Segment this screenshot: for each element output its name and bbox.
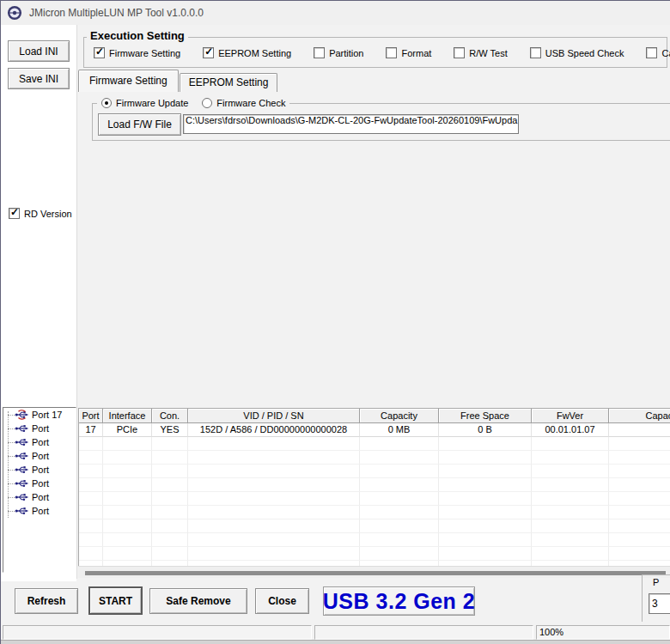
execution-checkbox-row: Firmware SettingEEPROM SettingPartitionF… [94, 47, 667, 58]
tree-item-label: Port [32, 465, 49, 475]
close-button[interactable]: Close [255, 588, 309, 614]
empty-cell [152, 533, 188, 547]
tree-item-port[interactable]: Port [3, 449, 76, 463]
usb-port-icon [15, 423, 29, 434]
window-title: JMicron MultipleLUN MP Tool v1.0.0.0 [29, 7, 204, 19]
tab-firmware-setting[interactable]: Firmware Setting [78, 70, 179, 92]
radio-dot[interactable] [202, 98, 212, 108]
empty-cell [609, 492, 670, 506]
tree-item-port[interactable]: Port [3, 504, 76, 518]
tab-eeprom-setting[interactable]: EEPROM Setting [180, 73, 278, 92]
checkbox-box[interactable] [9, 208, 20, 219]
table-row[interactable]: 17PCIeYES152D / A586 / DD000000000000280… [79, 423, 670, 437]
exec-checkbox-usb-speed-check[interactable]: USB Speed Check [530, 47, 624, 58]
column-header-capacity-check[interactable]: Capacity Check [609, 409, 670, 423]
empty-cell [188, 451, 360, 465]
column-header-vid-pid-sn[interactable]: VID / PID / SN [188, 409, 360, 423]
empty-cell [439, 547, 532, 561]
firmware-check-label: Firmware Check [216, 98, 285, 108]
empty-cell [439, 465, 532, 478]
usb-speed-indicator: USB 3.2 Gen 2 [323, 586, 475, 616]
empty-cell [103, 451, 152, 465]
tree-item-port[interactable]: Port [3, 463, 76, 477]
empty-cell [103, 533, 152, 547]
save-ini-button[interactable]: Save INI [8, 68, 70, 89]
empty-cell [188, 437, 360, 451]
checkbox-box[interactable] [386, 47, 397, 58]
status-panel-left [3, 625, 312, 640]
right-group-input[interactable] [649, 593, 670, 614]
checkbox-box[interactable] [314, 47, 325, 58]
exec-checkbox-r-w-test[interactable]: R/W Test [454, 47, 507, 58]
device-table: PortInterfaceCon.VID / PID / SNCapacityF… [78, 408, 670, 566]
tree-item-label: Port 17 [32, 410, 62, 420]
safe-remove-button[interactable]: Safe Remove [149, 588, 247, 614]
tree-item-port[interactable]: Port [3, 477, 76, 490]
window-bottom-edge [1, 640, 670, 644]
title-bar[interactable]: JMicron MultipleLUN MP Tool v1.0.0.0 [1, 1, 670, 25]
checkbox-box[interactable] [530, 47, 541, 58]
tree-item-label: Port [32, 423, 49, 434]
exec-checkbox-partition[interactable]: Partition [314, 47, 363, 58]
radio-dot[interactable] [101, 98, 112, 108]
firmware-check-radio[interactable]: Firmware Check [202, 98, 285, 108]
start-button[interactable]: START [88, 586, 143, 615]
column-header-fwver[interactable]: FwVer [532, 409, 609, 423]
load-ini-button[interactable]: Load INI [8, 40, 70, 62]
empty-cell [188, 465, 360, 478]
tree-item-port[interactable]: Port [3, 422, 76, 435]
table-cell: 152D / A586 / DD00000000000028 [188, 423, 360, 437]
exec-checkbox-format[interactable]: Format [386, 47, 431, 58]
empty-cell [532, 519, 609, 533]
empty-cell [360, 451, 439, 465]
empty-cell [152, 506, 188, 519]
checkbox-box[interactable] [203, 47, 214, 58]
empty-cell [103, 478, 152, 492]
checkbox-label: Firmware Setting [109, 48, 180, 58]
column-header-interface[interactable]: Interface [103, 409, 152, 423]
column-header-capacity[interactable]: Capacity [360, 409, 439, 423]
empty-cell [532, 492, 609, 506]
empty-table-row [79, 506, 670, 519]
table-horizontal-scrollbar[interactable] [78, 566, 670, 578]
empty-cell [152, 465, 188, 478]
exec-checkbox-eeprom-setting[interactable]: EEPROM Setting [203, 47, 291, 58]
empty-cell [152, 547, 188, 561]
empty-cell [103, 465, 152, 478]
column-header-port[interactable]: Port [79, 409, 103, 423]
usb-port-icon [15, 506, 29, 516]
checkbox-box[interactable] [454, 47, 465, 58]
empty-table-row [79, 451, 670, 465]
empty-cell [103, 492, 152, 506]
empty-cell [79, 437, 103, 451]
exec-checkbox-firmware-setting[interactable]: Firmware Setting [94, 47, 180, 58]
empty-cell [439, 519, 532, 533]
scrollbar-thumb[interactable] [85, 571, 666, 575]
empty-cell [439, 451, 532, 465]
checkbox-box[interactable] [646, 47, 657, 58]
empty-cell [79, 478, 103, 492]
tree-item-port[interactable]: Port [3, 435, 76, 449]
usb-port-icon [15, 478, 29, 489]
empty-cell [103, 547, 152, 561]
table-cell [609, 423, 670, 437]
tree-item-port[interactable]: Port [3, 490, 76, 504]
right-group-label: P [651, 577, 661, 587]
empty-cell [360, 478, 439, 492]
empty-cell [152, 478, 188, 492]
column-header-con-[interactable]: Con. [152, 409, 188, 423]
empty-cell [103, 506, 152, 519]
rd-version-checkbox[interactable]: RD Version [9, 208, 72, 219]
execution-setting-title: Execution Setting [87, 29, 188, 42]
exec-checkbox-capacity-check[interactable]: Capacity Check [646, 47, 670, 58]
firmware-update-radio[interactable]: Firmware Update [101, 98, 188, 108]
empty-table-row [79, 437, 670, 451]
checkbox-box[interactable] [94, 47, 105, 58]
refresh-button[interactable]: Refresh [15, 588, 78, 614]
fw-file-path-field[interactable]: C:\Users\fdrso\Downloads\G-M2DK-CL-20G-F… [183, 114, 519, 134]
column-header-free-space[interactable]: Free Space [439, 409, 532, 423]
empty-cell [188, 533, 360, 547]
usb-port-icon [15, 437, 29, 447]
tree-item-port-connected[interactable]: Port 17 [3, 408, 76, 422]
load-fw-file-button[interactable]: Load F/W File [98, 113, 181, 136]
